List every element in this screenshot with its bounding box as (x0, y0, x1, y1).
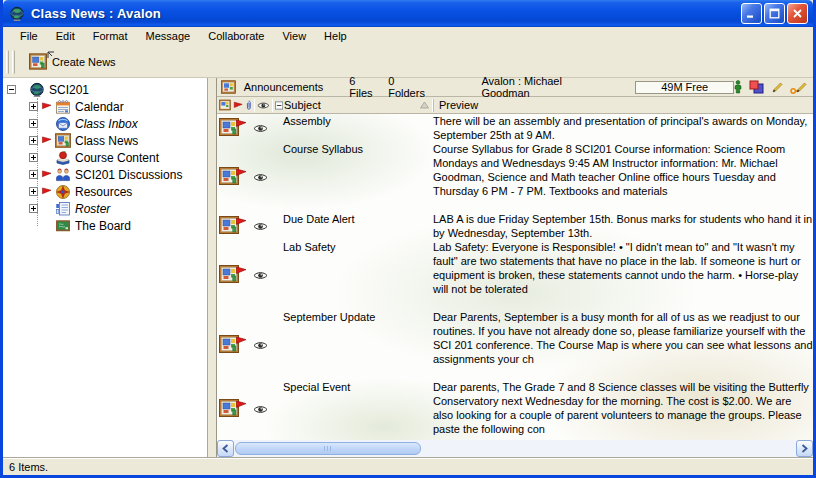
tree-item[interactable]: Class News (3, 132, 207, 149)
tree-children: Calendar Class Inbox Class News Course C… (3, 98, 207, 234)
menu-file[interactable]: File (11, 28, 47, 45)
app-globe-icon (9, 6, 25, 22)
user-presence-icon[interactable] (734, 80, 742, 94)
scroll-right-button[interactable] (796, 440, 813, 457)
attachment-column-icon[interactable] (245, 99, 252, 112)
expand-box[interactable] (29, 204, 38, 213)
read-eye-icon (253, 222, 268, 231)
window-title: Class News : Avalon (31, 6, 161, 21)
scrollbar-thumb[interactable] (235, 442, 421, 455)
tree-item[interactable]: Resources (3, 183, 207, 200)
menu-view[interactable]: View (273, 28, 315, 45)
pane-splitter[interactable] (208, 78, 216, 457)
menu-message[interactable]: Message (137, 28, 200, 45)
toolbar-grip[interactable] (6, 50, 9, 74)
menu-help[interactable]: Help (315, 28, 356, 45)
layers-icon[interactable] (749, 80, 764, 94)
message-pane: Announcements 6 Files 0 Folders Avalon :… (216, 78, 813, 457)
tree-item-root[interactable]: SCI201 (3, 81, 207, 98)
create-news-icon (29, 53, 47, 70)
message-row[interactable]: Assembly There will be an assembly and p… (217, 114, 813, 142)
expand-box[interactable] (29, 170, 38, 179)
message-row-icons (217, 114, 283, 142)
message-row[interactable]: Special Event Dear parents, The Grade 7 … (217, 380, 813, 438)
expand-box[interactable] (29, 119, 38, 128)
title-bar: Class News : Avalon (3, 0, 813, 27)
unread-flag-icon (235, 217, 247, 227)
tree-item-label: Class News (75, 134, 138, 148)
protected-edit-icon[interactable] (790, 81, 807, 94)
expand-box[interactable] (29, 102, 38, 111)
tree-item-label: Roster (75, 202, 110, 216)
column-divider (254, 99, 255, 112)
expand-box[interactable] (29, 187, 38, 196)
horizontal-scrollbar[interactable] (217, 440, 813, 457)
message-subject: Special Event (283, 380, 433, 438)
expand-box[interactable] (29, 136, 38, 145)
announcements-icon (221, 80, 236, 94)
message-preview: LAB A is due Friday September 15th. Bonu… (433, 212, 813, 240)
tree-item[interactable]: Class Inbox (3, 115, 207, 132)
minimize-button[interactable] (741, 3, 762, 24)
tree-item[interactable]: Course Content (3, 149, 207, 166)
free-space-value: 49M Free (661, 81, 708, 93)
tree-item-label: Resources (75, 185, 132, 199)
unread-flag-icon (41, 170, 53, 179)
message-preview: Dear Parents, September is a busy month … (433, 310, 813, 380)
app-window: Class News : Avalon File Edit Format Mes… (0, 0, 816, 478)
read-eye-icon (253, 341, 268, 350)
message-row-icons (217, 380, 283, 438)
tree-item[interactable]: SCI201 Discussions (3, 166, 207, 183)
roster-icon (55, 201, 71, 217)
tree-item[interactable]: Roster (3, 200, 207, 217)
status-bar: 6 Items. (3, 457, 813, 475)
message-subject: Due Date Alert (283, 212, 433, 240)
menu-collaborate[interactable]: Collaborate (199, 28, 273, 45)
collapse-all-icon[interactable] (275, 101, 283, 110)
edit-pencil-icon[interactable] (771, 81, 783, 94)
message-row[interactable]: Lab Safety Lab Safety: Everyone is Respo… (217, 240, 813, 310)
message-row-icons (217, 240, 283, 310)
resources-icon (55, 184, 71, 200)
maximize-button[interactable] (764, 3, 785, 24)
expand-box[interactable] (29, 153, 38, 162)
tree-item[interactable]: Calendar (3, 98, 207, 115)
message-row[interactable]: Course Syllabus Course Syllabus for Grad… (217, 142, 813, 212)
unread-flag-icon (235, 400, 247, 410)
item-type-column-icon[interactable] (219, 99, 231, 111)
menu-edit[interactable]: Edit (47, 28, 84, 45)
toolbar-grip[interactable] (12, 50, 15, 74)
tree-item[interactable]: The Board (3, 217, 207, 234)
files-count: 6 Files (349, 75, 381, 99)
scroll-left-button[interactable] (217, 440, 234, 457)
message-preview: Lab Safety: Everyone is Responsible! • "… (433, 240, 813, 310)
close-button[interactable] (787, 3, 808, 24)
subject-column-header[interactable]: Subject (283, 99, 433, 111)
flag-column-icon[interactable] (233, 101, 243, 110)
create-news-label: Create News (52, 56, 116, 68)
collapse-box[interactable] (7, 85, 16, 94)
unread-flag-icon (235, 336, 247, 346)
message-list: Assembly There will be an assembly and p… (217, 114, 813, 440)
message-row[interactable]: September Update Dear Parents, September… (217, 310, 813, 380)
toolbar: Create News (3, 46, 813, 78)
sort-ascending-icon (420, 101, 429, 109)
unread-flag-icon (235, 168, 247, 178)
menu-format[interactable]: Format (84, 28, 137, 45)
unread-flag-icon (235, 119, 247, 129)
new-item-mark-icon (47, 51, 55, 59)
read-eye-icon (253, 124, 268, 133)
tree-item-label: Class Inbox (75, 117, 138, 131)
message-row[interactable]: Due Date Alert LAB A is due Friday Septe… (217, 212, 813, 240)
read-eye-icon (253, 405, 268, 414)
message-subject: September Update (283, 310, 433, 380)
message-row-icons (217, 142, 283, 212)
read-status-column-icon[interactable] (257, 101, 270, 110)
create-news-button[interactable]: Create News (23, 51, 122, 72)
read-eye-icon (253, 271, 268, 280)
preview-column-header[interactable]: Preview (433, 99, 813, 112)
globe-icon (29, 82, 45, 98)
tree-item-label: SCI201 Discussions (75, 168, 182, 182)
discussions-icon (55, 167, 71, 183)
menu-bar: File Edit Format Message Collaborate Vie… (3, 27, 813, 46)
